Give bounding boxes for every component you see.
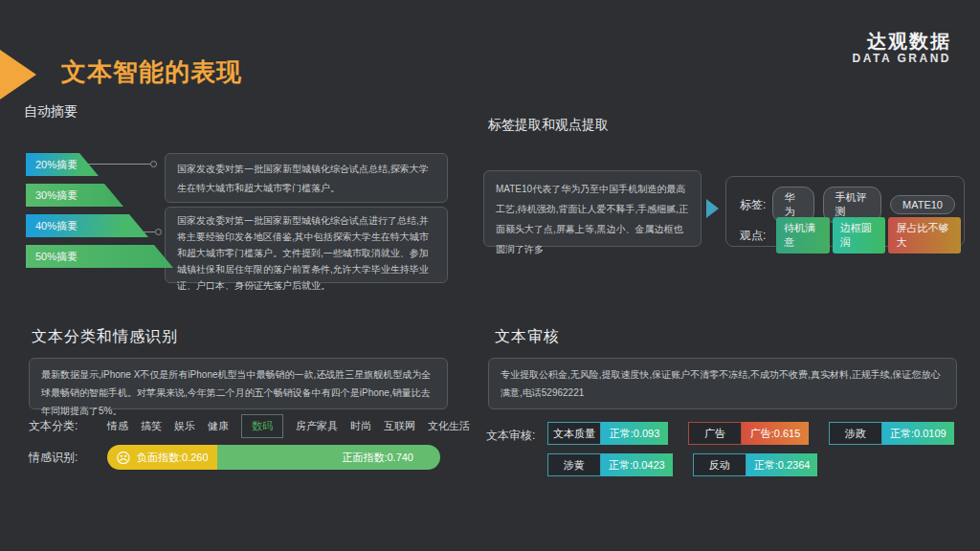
tags-label: 标签: — [740, 197, 772, 213]
review-badge-row: 文本质量 正常:0.093 广告 广告:0.615 涉政 正常:0.0109 — [547, 422, 954, 445]
section-label-tag-opinion: 标签提取和观点提取 — [488, 117, 609, 134]
brand-logo-en: DATA GRAND — [853, 53, 951, 66]
review-badge-quality: 文本质量 正常:0.093 — [547, 422, 668, 445]
review-badge-result: 正常:0.0109 — [882, 422, 954, 445]
review-source-box: 专业提取公积金,无风险,提取速度快,保证账户不清零不冻结,不成功不收费,真实材料… — [488, 358, 957, 409]
sad-face-icon: ☹ — [116, 451, 131, 465]
category-item: 互联网 — [384, 419, 415, 433]
negative-sentiment-segment: ☹ 负面指数:0.260 — [107, 445, 217, 470]
opinion-tag: 边框圆润 — [833, 217, 886, 253]
arrow-right-icon — [706, 199, 719, 218]
negative-sentiment-text: 负面指数:0.260 — [137, 451, 209, 465]
review-badge-name: 反动 — [693, 453, 746, 476]
tag-pill: MATE10 — [890, 195, 955, 214]
classify-row: 文本分类: 情感 搞笑 娱乐 健康 数码 房产家具 时尚 互联网 文化生活 — [29, 414, 455, 437]
category-list: 情感 搞笑 娱乐 健康 数码 房产家具 时尚 互联网 文化生活 — [107, 414, 470, 438]
opinions-label: 观点: — [740, 228, 776, 244]
brand-logo: 达观数据 DATA GRAND — [853, 31, 951, 66]
tag-opinion-source-box: MATE10代表了华为乃至中国手机制造的最高工艺,待机强劲,背面让人爱不释手,手… — [483, 170, 702, 247]
funnel-bar-20: 20%摘要 — [26, 153, 99, 176]
review-badge-politics: 涉政 正常:0.0109 — [829, 422, 954, 445]
sentiment-row: 情感识别: ☹ 负面指数:0.260 正面指数:0.740 — [29, 445, 440, 470]
connector-line-20 — [81, 164, 150, 165]
category-item: 健康 — [208, 419, 229, 433]
section-title-classify: 文本分类和情感识别 — [32, 327, 178, 347]
page-title: 文本智能的表现 — [61, 55, 242, 89]
opinion-tag: 屏占比不够大 — [888, 217, 961, 253]
review-badge-result: 正常:0.0423 — [601, 453, 673, 476]
section-title-review: 文本审核 — [495, 327, 560, 347]
review-badge-porn: 涉黄 正常:0.0423 — [547, 453, 673, 476]
funnel-bar-40: 40%摘要 — [26, 214, 148, 237]
classify-source-box: 最新数据显示,iPhone X不仅是所有iPhone机型当中最畅销的一款,还战胜… — [29, 358, 448, 409]
review-badge-name: 广告 — [688, 422, 742, 445]
category-item: 房产家具 — [296, 419, 338, 433]
review-badge-name: 文本质量 — [547, 422, 601, 445]
classify-label: 文本分类: — [29, 418, 107, 434]
review-badge-ad: 广告 广告:0.615 — [688, 422, 809, 445]
summary-box-20: 国家发改委对第一批国家新型城镇化综合试点总结,探索大学生在特大城市和超大城市零门… — [165, 153, 448, 203]
title-arrow-icon — [0, 50, 36, 99]
review-badge-reactionary: 反动 正常:0.2364 — [693, 453, 818, 476]
review-badges: 文本质量 正常:0.093 广告 广告:0.615 涉政 正常:0.0109 涉… — [547, 422, 954, 485]
opinions-row: 观点: 待机满意 边框圆润 屏占比不够大 — [740, 217, 964, 253]
review-badge-row: 涉黄 正常:0.0423 反动 正常:0.2364 — [547, 453, 954, 476]
review-badge-result: 正常:0.093 — [601, 422, 668, 445]
positive-sentiment-segment: 正面指数:0.740 — [217, 445, 440, 470]
review-label: 文本审核: — [486, 428, 535, 444]
section-label-auto-summary: 自动摘要 — [24, 103, 78, 121]
review-badge-result: 正常:0.2364 — [746, 453, 818, 476]
brand-logo-cn: 达观数据 — [853, 31, 951, 53]
tags-panel: 标签: 华为 手机评测 MATE10 观点: 待机满意 边框圆润 屏占比不够大 — [725, 176, 965, 247]
funnel-bar-50: 50%摘要 — [26, 245, 173, 268]
sentiment-bar: ☹ 负面指数:0.260 正面指数:0.740 — [107, 445, 440, 470]
review-badge-name: 涉黄 — [547, 453, 601, 476]
review-badge-result: 广告:0.615 — [742, 422, 809, 445]
opinion-tag: 待机满意 — [776, 217, 830, 253]
category-item: 娱乐 — [174, 419, 195, 433]
sentiment-label: 情感识别: — [29, 450, 107, 466]
positive-sentiment-text: 正面指数:0.740 — [342, 451, 413, 465]
summary-box-40: 国家发改委对第一批国家新型城镇化综合试点进行了总结,并将主要经验印发各地区借鉴,… — [165, 207, 448, 283]
category-item: 搞笑 — [141, 419, 162, 433]
category-item: 文化生活 — [428, 419, 470, 433]
funnel-bar-30: 30%摘要 — [26, 184, 123, 207]
category-item-selected: 数码 — [241, 414, 283, 438]
review-badge-name: 涉政 — [829, 422, 882, 445]
category-item: 情感 — [107, 419, 128, 433]
slide: 文本智能的表现 达观数据 DATA GRAND 自动摘要 20%摘要 30%摘要… — [0, 0, 980, 551]
category-item: 时尚 — [350, 419, 371, 433]
